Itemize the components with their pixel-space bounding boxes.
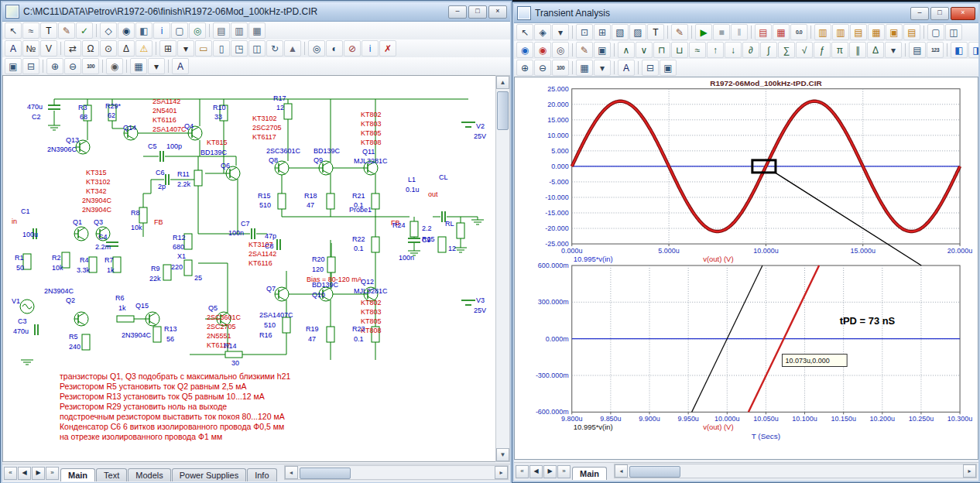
paste-tool-icon[interactable]: ▣ bbox=[5, 58, 22, 74]
tab-main[interactable]: Main bbox=[60, 468, 95, 481]
grid-style-icon[interactable]: ▦ bbox=[576, 60, 593, 76]
pi-op-icon[interactable]: π bbox=[831, 42, 848, 58]
tile-horizontal-icon[interactable]: ▤ bbox=[850, 24, 867, 40]
select-tool-icon[interactable]: ↖ bbox=[516, 24, 533, 40]
right-horizontal-scrollbar[interactable]: ◂ ▸ bbox=[614, 464, 977, 478]
zoom-100-icon[interactable]: 100 bbox=[82, 58, 99, 74]
flag-mode-icon[interactable]: ✓ bbox=[76, 22, 93, 39]
text-mode-icon[interactable]: T bbox=[647, 24, 664, 40]
find-next-tool-icon[interactable]: ◐ bbox=[326, 40, 343, 57]
zoom-in-icon[interactable]: ⊕ bbox=[46, 58, 63, 74]
close-button[interactable]: × bbox=[488, 5, 507, 19]
zoom-out-icon[interactable]: ⊖ bbox=[534, 60, 551, 76]
grid-style-icon[interactable]: ▦ bbox=[130, 58, 147, 74]
align-cursors-icon[interactable]: ◧ bbox=[951, 42, 968, 58]
cursor-mode-dropdown-icon[interactable]: ▾ bbox=[552, 24, 569, 40]
node-voltages-icon[interactable]: V bbox=[40, 40, 57, 57]
list-view-icon[interactable]: ▥ bbox=[231, 22, 248, 39]
info-tool-icon[interactable]: i bbox=[153, 22, 170, 39]
next-page-button[interactable]: ▶ bbox=[32, 467, 45, 480]
tokens-toggle-icon[interactable]: ▦ bbox=[773, 24, 790, 40]
shape-tool-icon[interactable]: ▲ bbox=[284, 40, 301, 57]
grid-toggle-icon[interactable]: ⊞ bbox=[159, 40, 176, 57]
zoom-box-mode-icon[interactable]: ⊡ bbox=[576, 24, 593, 40]
grid-options-dropdown-icon[interactable]: ▾ bbox=[177, 40, 194, 57]
slope-display-icon[interactable]: Δ bbox=[118, 40, 135, 57]
cascade-plots-icon[interactable]: ▥ bbox=[814, 24, 831, 40]
font-tool-icon[interactable]: A bbox=[618, 60, 635, 76]
properties-tool-icon[interactable]: ✎ bbox=[671, 24, 688, 40]
grid-style-dropdown-icon[interactable]: ▾ bbox=[148, 58, 165, 74]
panel-view-icon[interactable]: ▤ bbox=[903, 24, 920, 40]
next-page-button[interactable]: ▶ bbox=[543, 465, 557, 478]
graphics-mode-icon[interactable]: ✎ bbox=[58, 22, 75, 39]
left-horizontal-scrollbar[interactable]: ◂ ▸ bbox=[284, 465, 509, 480]
derivative-op-icon[interactable]: ∂ bbox=[742, 42, 759, 58]
scale-mode-icon[interactable]: ⊞ bbox=[594, 24, 611, 40]
maximize-button[interactable]: □ bbox=[468, 5, 487, 19]
close-button[interactable]: × bbox=[951, 7, 975, 20]
disable-tool-icon[interactable]: ⊘ bbox=[344, 40, 361, 57]
paste-tool-icon[interactable]: ▣ bbox=[660, 60, 677, 76]
power-display-icon[interactable]: Ω bbox=[82, 40, 99, 57]
watch-list-icon[interactable]: ▤ bbox=[909, 42, 926, 58]
last-page-button[interactable]: » bbox=[557, 465, 571, 478]
run-button-icon[interactable]: ▶ bbox=[695, 24, 712, 40]
copy-tool-icon[interactable]: ⊟ bbox=[22, 58, 39, 74]
left-vertical-scrollbar[interactable]: ▲ ▼ bbox=[495, 75, 510, 462]
pin-display-icon[interactable]: ⊙ bbox=[100, 40, 117, 57]
minimize-button[interactable]: – bbox=[448, 5, 467, 19]
schematic-canvas[interactable]: 470uC2R368R29*62Q132N3906CQ142SA11422N54… bbox=[2, 75, 497, 462]
edit-waveform-icon[interactable]: ✎ bbox=[576, 42, 593, 58]
tab-main[interactable]: Main bbox=[572, 467, 607, 480]
rotate-tool-icon[interactable]: ↻ bbox=[266, 40, 283, 57]
open-file-icon[interactable]: ▭ bbox=[195, 40, 212, 57]
cursor-peak-icon[interactable]: ∧ bbox=[618, 42, 635, 58]
first-page-button[interactable]: « bbox=[516, 465, 529, 478]
parallel-op-icon[interactable]: ∥ bbox=[849, 42, 866, 58]
cursor-inflection-icon[interactable]: ≈ bbox=[689, 42, 706, 58]
tab-info[interactable]: Info bbox=[247, 468, 276, 481]
zoom-100-icon[interactable]: 100 bbox=[552, 60, 569, 76]
select-tool-icon[interactable]: ↖ bbox=[5, 22, 22, 39]
minimize-button[interactable]: – bbox=[910, 7, 929, 20]
ops-dropdown-icon[interactable]: ▾ bbox=[885, 42, 902, 58]
vertical-scroll-thumb[interactable] bbox=[497, 91, 509, 130]
tab-power-supplies[interactable]: Power Supplies bbox=[172, 468, 246, 481]
integral-op-icon[interactable]: ∫ bbox=[760, 42, 777, 58]
wire-mode-icon[interactable]: ≈ bbox=[22, 22, 39, 39]
overlap-groups-icon[interactable]: ▦ bbox=[868, 24, 885, 40]
warning-display-icon[interactable]: ⚠ bbox=[135, 40, 152, 57]
sqrt-op-icon[interactable]: √ bbox=[796, 42, 813, 58]
thumbnail-view-icon[interactable]: ▣ bbox=[886, 24, 903, 40]
stop-button-icon[interactable]: ■ bbox=[713, 24, 730, 40]
cursor-high-icon[interactable]: ⊓ bbox=[653, 42, 670, 58]
sum-op-icon[interactable]: ∑ bbox=[778, 42, 795, 58]
snapshot-tool-icon[interactable]: ◉ bbox=[106, 58, 123, 74]
function-op-icon[interactable]: ƒ bbox=[814, 42, 831, 58]
numeric-format-icon[interactable]: 123 bbox=[927, 42, 944, 58]
zoom-in-icon[interactable]: ⊕ bbox=[516, 60, 533, 76]
pause-button-icon[interactable]: ‖ bbox=[731, 24, 748, 40]
previous-page-button[interactable]: ◀ bbox=[529, 465, 543, 478]
go-to-y-icon[interactable]: ◉ bbox=[534, 42, 551, 58]
cursor-mode-icon[interactable]: ◈ bbox=[534, 24, 551, 40]
global-high-icon[interactable]: ↑ bbox=[707, 42, 724, 58]
first-page-button[interactable]: « bbox=[4, 467, 17, 480]
page-setup-icon[interactable]: ▯ bbox=[213, 40, 230, 57]
horizontal-scroll-thumb[interactable] bbox=[629, 466, 680, 478]
data-points-toggle-icon[interactable]: ▤ bbox=[755, 24, 772, 40]
plot-client-area[interactable]: 0.000u5.000u10.000u15.000u20.000u25.0002… bbox=[514, 77, 978, 460]
split-window-icon[interactable]: ◳ bbox=[231, 40, 248, 57]
probe-mode-icon[interactable]: ▨ bbox=[629, 24, 646, 40]
maximize-button[interactable]: □ bbox=[930, 7, 949, 20]
split-plot-icon[interactable]: ◫ bbox=[945, 24, 962, 40]
region-enable-icon[interactable]: ◧ bbox=[135, 22, 152, 39]
scroll-right-arrow[interactable]: ▸ bbox=[963, 464, 976, 478]
right-titlebar[interactable]: Transient Analysis –□× bbox=[514, 4, 978, 23]
cursor-low-icon[interactable]: ⊔ bbox=[671, 42, 688, 58]
text-mode-icon[interactable]: T bbox=[40, 22, 57, 39]
left-titlebar[interactable]: C:\MC11\DATA\Petrov\R1972-06\finish\R197… bbox=[2, 2, 510, 22]
copy-tool-icon[interactable]: ⊟ bbox=[642, 60, 659, 76]
maximize-plot-icon[interactable]: ▢ bbox=[927, 24, 944, 40]
